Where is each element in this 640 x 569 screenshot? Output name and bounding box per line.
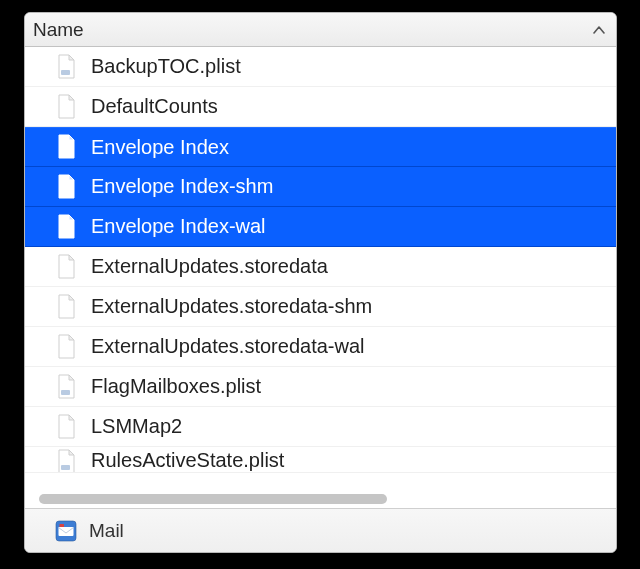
file-name-label: RulesActiveState.plist <box>91 449 284 472</box>
file-row[interactable]: Envelope Index-shm <box>25 167 616 207</box>
file-icon <box>55 334 77 360</box>
file-name-label: FlagMailboxes.plist <box>91 375 261 398</box>
file-row[interactable]: RulesActiveState.plist <box>25 447 616 473</box>
horizontal-scrollbar-thumb[interactable] <box>39 494 387 504</box>
horizontal-scrollbar-track[interactable] <box>39 494 602 504</box>
file-name-label: Envelope Index-shm <box>91 175 273 198</box>
file-row[interactable]: Envelope Index <box>25 127 616 167</box>
finder-list-window: Name BackupTOC.plist DefaultCounts Envel… <box>24 12 617 553</box>
svg-rect-0 <box>61 70 70 75</box>
file-name-label: DefaultCounts <box>91 95 218 118</box>
file-name-label: Envelope Index-wal <box>91 215 266 238</box>
file-name-label: ExternalUpdates.storedata-wal <box>91 335 364 358</box>
column-header[interactable]: Name <box>25 13 616 47</box>
file-icon <box>55 214 77 240</box>
mail-app-icon <box>55 520 77 542</box>
file-name-label: ExternalUpdates.storedata <box>91 255 328 278</box>
svg-rect-2 <box>61 465 70 470</box>
path-bar[interactable]: Mail <box>25 508 616 552</box>
path-bar-label: Mail <box>89 520 124 542</box>
file-icon <box>55 414 77 440</box>
horizontal-scroll-region <box>25 490 616 508</box>
file-icon <box>55 374 77 400</box>
file-list[interactable]: BackupTOC.plist DefaultCounts Envelope I… <box>25 47 616 490</box>
column-header-label: Name <box>33 19 592 41</box>
file-row[interactable]: FlagMailboxes.plist <box>25 367 616 407</box>
svg-rect-1 <box>61 390 70 395</box>
svg-rect-5 <box>60 524 65 527</box>
file-icon <box>55 294 77 320</box>
file-row[interactable]: BackupTOC.plist <box>25 47 616 87</box>
svg-rect-4 <box>59 527 74 536</box>
file-name-label: ExternalUpdates.storedata-shm <box>91 295 372 318</box>
file-icon <box>55 449 77 473</box>
file-icon <box>55 254 77 280</box>
file-name-label: Envelope Index <box>91 136 229 159</box>
file-row[interactable]: Envelope Index-wal <box>25 207 616 247</box>
file-row[interactable]: ExternalUpdates.storedata-shm <box>25 287 616 327</box>
file-icon <box>55 174 77 200</box>
file-icon <box>55 134 77 160</box>
file-icon <box>55 54 77 80</box>
file-name-label: LSMMap2 <box>91 415 182 438</box>
file-row[interactable]: LSMMap2 <box>25 407 616 447</box>
file-name-label: BackupTOC.plist <box>91 55 241 78</box>
file-icon <box>55 94 77 120</box>
file-row[interactable]: ExternalUpdates.storedata-wal <box>25 327 616 367</box>
sort-chevron-up-icon <box>592 23 606 37</box>
file-row[interactable]: DefaultCounts <box>25 87 616 127</box>
file-row[interactable]: ExternalUpdates.storedata <box>25 247 616 287</box>
